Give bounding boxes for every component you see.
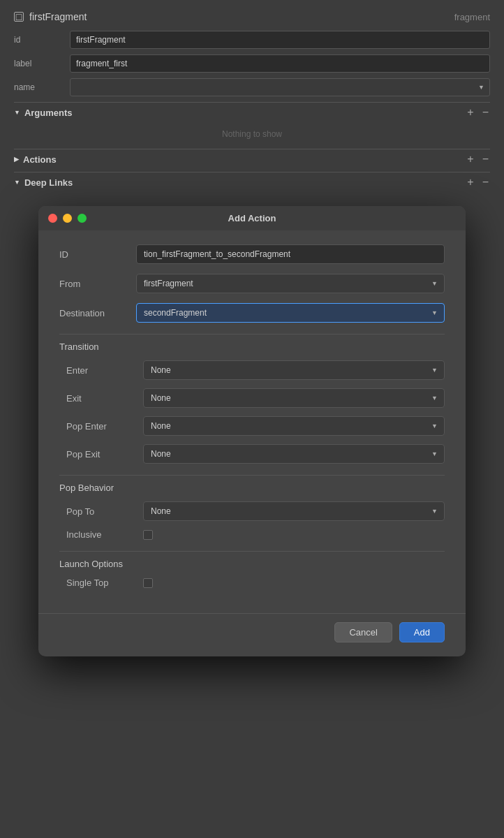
destination-row: Destination secondFragment [59,303,445,323]
pop-behavior-section-label: Pop Behavior [59,483,445,493]
cancel-button[interactable]: Cancel [334,622,392,642]
pop-enter-select[interactable]: None [143,416,445,436]
single-top-checkbox[interactable] [143,578,153,588]
pop-exit-label: Pop Exit [66,449,143,460]
label-input[interactable] [70,54,490,73]
fragment-name-label: firstFragment [29,11,87,22]
action-id-label: ID [59,249,136,260]
from-select-wrap: firstFragment [136,274,445,293]
pop-enter-label: Pop Enter [66,421,143,432]
arguments-remove-btn[interactable]: − [481,107,490,118]
single-top-row: Single Top [59,578,445,588]
modal-titlebar: Add Action [38,206,466,230]
actions-add-btn[interactable]: + [466,154,475,165]
pop-exit-select-wrap: None [143,444,445,464]
exit-row: Exit None [59,388,445,408]
inclusive-row: Inclusive [59,529,445,540]
inclusive-checkbox-wrap [143,530,153,540]
minimize-button[interactable] [63,214,72,223]
deeplinks-title: ▼ Deep Links [14,177,73,188]
id-label: id [14,35,70,45]
destination-label: Destination [59,308,136,318]
from-label: From [59,279,136,289]
inclusive-checkbox[interactable] [143,530,153,540]
pop-to-select-wrap: None [143,501,445,521]
name-select-wrap [70,78,490,96]
label-label: label [14,59,70,68]
enter-row: Enter None [59,360,445,380]
fragment-title: □ firstFragment [14,11,87,22]
deeplinks-triangle: ▼ [14,179,20,186]
label-value-wrap [70,54,490,73]
modal-footer: Cancel Add [38,613,466,656]
close-button[interactable] [48,214,57,223]
arguments-add-btn[interactable]: + [466,107,475,118]
arguments-empty-text: Nothing to show [14,122,490,146]
arguments-actions: + − [466,107,490,118]
deeplinks-add-btn[interactable]: + [466,177,475,188]
traffic-lights [48,214,87,223]
name-row: name [14,78,490,96]
modal-title: Add Action [228,213,276,223]
deeplinks-remove-btn[interactable]: − [481,177,490,188]
pop-to-select[interactable]: None [143,501,445,521]
pop-exit-select[interactable]: None [143,444,445,464]
arguments-triangle: ▼ [14,109,20,116]
fragment-icon: □ [14,12,24,22]
transition-divider [59,334,445,335]
inclusive-label: Inclusive [66,529,143,540]
id-input[interactable] [70,31,490,49]
exit-select-wrap: None [143,388,445,408]
transition-section-label: Transition [59,341,445,352]
action-id-control [136,244,445,264]
enter-select-wrap: None [143,360,445,380]
from-row: From firstFragment [59,274,445,293]
fragment-type-label: fragment [454,12,490,22]
pop-enter-row: Pop Enter None [59,416,445,436]
name-select[interactable] [70,78,490,96]
modal-body: ID From firstFragment Destination second… [38,230,466,613]
exit-label: Exit [66,393,143,404]
pop-to-row: Pop To None [59,501,445,521]
properties-panel: □ firstFragment fragment id label name ▼… [0,0,504,203]
deeplinks-actions: + − [466,177,490,188]
id-value [70,31,490,49]
maximize-button[interactable] [77,214,87,223]
single-top-label: Single Top [66,578,143,588]
actions-remove-btn[interactable]: − [481,154,490,165]
pop-behavior-divider [59,475,445,476]
enter-label: Enter [66,365,143,376]
enter-select[interactable]: None [143,360,445,380]
id-row: id [14,31,490,49]
arguments-section-header: ▼ Arguments + − [14,102,490,122]
from-select[interactable]: firstFragment [136,274,445,293]
name-label: name [14,82,70,92]
launch-options-section-label: Launch Options [59,559,445,569]
action-id-row: ID [59,244,445,264]
launch-options-divider [59,551,445,552]
label-row: label [14,54,490,73]
destination-select-wrap: secondFragment [136,303,445,323]
actions-section-header: ▶ Actions + − [14,149,490,169]
add-button[interactable]: Add [399,622,445,642]
single-top-checkbox-wrap [143,578,153,588]
pop-exit-row: Pop Exit None [59,444,445,464]
deeplinks-section-header: ▼ Deep Links + − [14,172,490,192]
action-id-input[interactable] [136,244,445,264]
exit-select[interactable]: None [143,388,445,408]
actions-title: ▶ Actions [14,154,57,165]
actions-actions: + − [466,154,490,165]
fragment-header: □ firstFragment fragment [14,11,490,22]
pop-to-label: Pop To [66,506,143,517]
pop-enter-select-wrap: None [143,416,445,436]
add-action-dialog: Add Action ID From firstFragment Destina… [38,206,466,656]
actions-triangle: ▶ [14,156,19,163]
destination-select[interactable]: secondFragment [136,303,445,323]
arguments-title: ▼ Arguments [14,108,73,118]
